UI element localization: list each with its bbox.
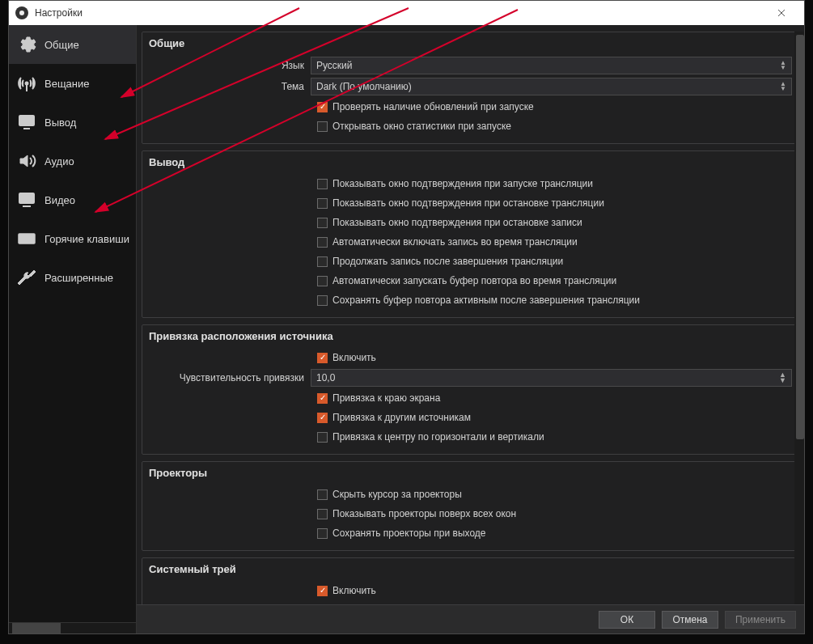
output-icon <box>15 111 38 133</box>
language-combo[interactable]: Русский ▲▼ <box>311 57 792 74</box>
save-on-exit-checkbox[interactable] <box>317 528 328 539</box>
checkbox-label: Привязка к другим источникам <box>332 412 471 423</box>
snap-edge-checkbox[interactable] <box>317 393 328 404</box>
sidebar-horizontal-scrollbar[interactable] <box>9 622 136 633</box>
hide-cursor-checkbox[interactable] <box>317 489 328 500</box>
keep-replay-checkbox[interactable] <box>317 295 328 306</box>
sidebar-item-hotkeys[interactable]: Горячие клавиши <box>9 219 136 258</box>
sidebar-item-video[interactable]: Видео <box>9 180 136 219</box>
sidebar-item-label: Аудио <box>44 155 74 167</box>
antenna-icon <box>15 72 38 95</box>
sensitivity-label: Чувствительность привязки <box>149 372 311 383</box>
checkbox-label: Включить <box>332 352 376 363</box>
ok-button[interactable]: ОК <box>599 611 655 629</box>
tray-enable-checkbox[interactable] <box>317 586 328 596</box>
section-title: Системный трей <box>149 563 792 575</box>
gear-icon <box>15 33 38 56</box>
language-label: Язык <box>149 60 311 71</box>
section-output: Вывод Показывать окно подтверждения при … <box>142 150 799 318</box>
checkbox-label: Показывать окно подтверждения при запуск… <box>332 178 593 189</box>
speaker-icon <box>15 150 38 172</box>
section-title: Вывод <box>149 156 792 168</box>
auto-replay-checkbox[interactable] <box>317 276 328 286</box>
dialog-footer: ОК Отмена Применить <box>137 604 804 633</box>
sidebar-item-label: Расширенные <box>44 272 113 284</box>
combo-value: Dark (По умолчанию) <box>316 81 412 92</box>
sidebar-item-label: Горячие клавиши <box>44 233 129 245</box>
theme-combo[interactable]: Dark (По умолчанию) ▲▼ <box>311 78 792 95</box>
snapping-enable-checkbox[interactable] <box>317 353 328 363</box>
sidebar-item-label: Видео <box>44 194 75 206</box>
combo-arrows-icon: ▲▼ <box>780 82 786 91</box>
section-title: Привязка расположения источника <box>149 330 792 342</box>
checkbox-label: Включить <box>332 585 376 596</box>
keyboard-icon <box>15 227 38 250</box>
content-scrollbar[interactable] <box>794 32 804 604</box>
monitor-icon <box>15 189 38 211</box>
checkbox-label: Привязка к центру по горизонтали и верти… <box>332 431 544 443</box>
tools-icon <box>15 266 38 289</box>
sidebar-item-label: Общие <box>44 39 79 51</box>
checkbox-label: Привязка к краю экрана <box>332 392 440 404</box>
app-icon <box>15 6 28 19</box>
sidebar-item-label: Вывод <box>44 117 76 129</box>
sidebar-item-output[interactable]: Вывод <box>9 103 136 142</box>
checkbox-label: Показывать окно подтверждения при остано… <box>332 217 582 228</box>
sidebar-item-audio[interactable]: Аудио <box>9 142 136 180</box>
spin-value: 10,0 <box>316 372 335 383</box>
checkbox-label: Автоматически включать запись во время т… <box>332 236 578 248</box>
section-snapping: Привязка расположения источника Включить… <box>142 324 799 455</box>
spin-arrows-icon: ▲▼ <box>779 372 786 383</box>
checkbox-label: Сохранять буфер повтора активным после з… <box>332 294 640 306</box>
combo-arrows-icon: ▲▼ <box>780 61 786 70</box>
open-stats-label: Открывать окно статистики при запуске <box>332 121 511 132</box>
check-updates-label: Проверять наличие обновлений при запуске <box>332 101 534 112</box>
theme-label: Тема <box>149 81 311 92</box>
sidebar-item-general[interactable]: Общие <box>9 25 136 64</box>
confirm-stop-record-checkbox[interactable] <box>317 218 328 228</box>
section-projectors: Проекторы Скрыть курсор за проекторы Пок… <box>142 461 799 551</box>
check-updates-checkbox[interactable] <box>317 102 328 112</box>
checkbox-label: Продолжать запись после завершения транс… <box>332 256 563 267</box>
auto-record-checkbox[interactable] <box>317 237 328 248</box>
sensitivity-spinbox[interactable]: 10,0 ▲▼ <box>311 369 792 387</box>
section-title: Общие <box>149 37 792 49</box>
always-top-checkbox[interactable] <box>317 509 328 519</box>
section-tray: Системный трей Включить Скрывать окно в … <box>142 557 799 604</box>
sidebar-item-label: Вещание <box>44 78 90 90</box>
svg-rect-6 <box>19 234 35 244</box>
sidebar-item-stream[interactable]: Вещание <box>9 64 136 103</box>
open-stats-checkbox[interactable] <box>317 121 328 132</box>
checkbox-label: Автоматически запускать буфер повтора во… <box>332 275 616 286</box>
section-title: Проекторы <box>149 467 792 479</box>
confirm-start-stream-checkbox[interactable] <box>317 179 328 189</box>
combo-value: Русский <box>316 60 353 71</box>
snap-sources-checkbox[interactable] <box>317 413 328 423</box>
checkbox-label: Показывать окно подтверждения при остано… <box>332 197 604 209</box>
window-title: Настройки <box>35 7 83 19</box>
continue-record-checkbox[interactable] <box>317 256 328 267</box>
section-general: Общие Язык Русский ▲▼ Тема <box>142 32 799 144</box>
snap-center-checkbox[interactable] <box>317 432 328 443</box>
apply-button[interactable]: Применить <box>725 611 796 629</box>
checkbox-label: Скрыть курсор за проекторы <box>332 489 462 500</box>
window-close-button[interactable] <box>765 6 798 19</box>
checkbox-label: Показывать проекторы поверх всех окон <box>332 508 516 519</box>
settings-sidebar: Общие Вещание Вывод Аудио <box>9 25 137 633</box>
cancel-button[interactable]: Отмена <box>662 611 718 629</box>
checkbox-label: Сохранять проекторы при выходе <box>332 527 486 539</box>
confirm-stop-stream-checkbox[interactable] <box>317 198 328 209</box>
sidebar-item-advanced[interactable]: Расширенные <box>9 258 136 297</box>
svg-rect-4 <box>19 193 34 203</box>
window-titlebar: Настройки <box>9 1 804 25</box>
